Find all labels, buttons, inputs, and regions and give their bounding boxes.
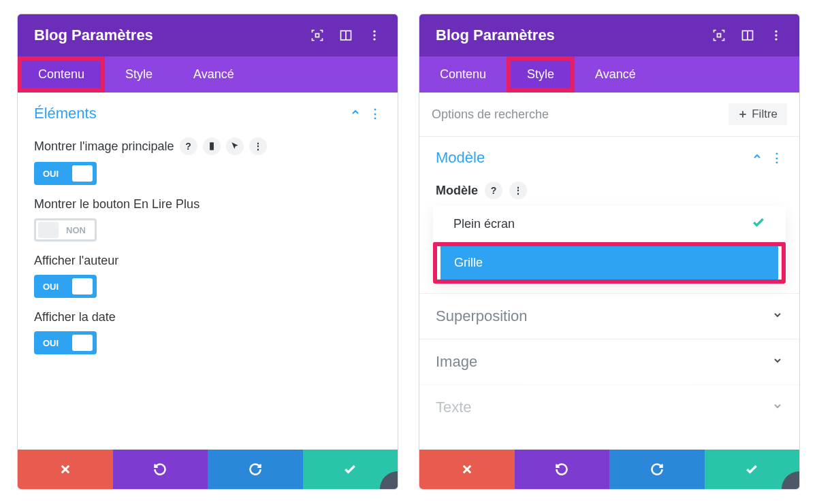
toggle-show-date[interactable]: OUI: [34, 331, 97, 354]
section-header-layout[interactable]: Modèle ⋮: [419, 137, 799, 173]
panel-footer: [419, 450, 799, 489]
more-vertical-icon[interactable]: [368, 29, 381, 42]
more-vertical-icon[interactable]: ⋮: [771, 150, 783, 165]
chevron-down-icon: [772, 355, 783, 369]
filter-button[interactable]: Filtre: [728, 103, 787, 125]
toggle-show-featured-image[interactable]: OUI: [34, 162, 97, 185]
more-vertical-icon[interactable]: ⋮: [509, 182, 527, 199]
field-label: Modèle: [436, 184, 478, 198]
chevron-down-icon: [772, 401, 783, 415]
settings-panel-content: Blog Paramètres Contenu Style Avancé Élé…: [17, 14, 398, 490]
chevron-up-icon[interactable]: [752, 151, 763, 165]
section-image[interactable]: Image: [419, 339, 799, 384]
cancel-button[interactable]: [419, 450, 515, 489]
help-icon[interactable]: ?: [180, 137, 197, 155]
toggle-knob: [72, 335, 93, 351]
tab-content[interactable]: Contenu: [419, 56, 507, 93]
svg-point-3: [373, 31, 375, 33]
header-actions: [712, 29, 783, 42]
panel-title: Blog Paramètres: [436, 27, 555, 44]
section-text[interactable]: Texte: [419, 384, 799, 430]
help-icon[interactable]: ?: [485, 182, 502, 199]
search-bar: Options de recherche Filtre: [419, 93, 799, 137]
svg-rect-0: [316, 34, 319, 37]
svg-point-12: [775, 31, 777, 33]
toggle-knob: [72, 278, 93, 295]
panel-body: Modèle ⋮ Modèle ? ⋮ Plein écran: [419, 137, 799, 450]
dropdown-option-grid[interactable]: Grille: [437, 246, 782, 280]
toggle-knob: [72, 165, 93, 182]
field-label-row: Modèle ? ⋮: [419, 173, 799, 202]
option-label: Afficher la date: [34, 310, 116, 324]
option-label: Montrer l'image principale: [34, 139, 174, 154]
dropdown-option-fullscreen[interactable]: Plein écran: [433, 206, 786, 242]
svg-point-14: [775, 38, 777, 40]
mobile-icon[interactable]: [203, 137, 221, 155]
section-title: Modèle: [436, 149, 485, 167]
search-placeholder[interactable]: Options de recherche: [432, 107, 549, 122]
header-actions: [310, 29, 381, 42]
toggle-knob: [38, 222, 59, 238]
svg-point-4: [373, 34, 375, 36]
panel-header: Blog Paramètres: [18, 14, 398, 56]
section-title: Éléments: [34, 105, 97, 122]
tab-advanced[interactable]: Avancé: [575, 56, 656, 93]
svg-rect-6: [210, 142, 214, 150]
more-vertical-icon[interactable]: [769, 29, 783, 42]
columns-icon[interactable]: [339, 29, 353, 42]
option-label: Afficher l'auteur: [34, 254, 118, 268]
redo-button[interactable]: [208, 450, 303, 489]
option-show-featured-image: Montrer l'image principale ? ⋮ OUI: [18, 129, 398, 189]
option-label: Montrer le bouton En Lire Plus: [34, 197, 199, 212]
more-vertical-icon[interactable]: ⋮: [249, 137, 267, 155]
tab-style[interactable]: Style: [105, 56, 173, 93]
redo-button[interactable]: [609, 450, 705, 489]
tab-bar: Contenu Style Avancé: [419, 56, 799, 93]
panel-footer: [18, 450, 398, 489]
tab-bar: Contenu Style Avancé: [18, 56, 398, 93]
settings-panel-style: Blog Paramètres Contenu Style Avancé Opt…: [419, 14, 800, 490]
svg-point-5: [373, 38, 375, 40]
panel-body: Éléments ⋮ Montrer l'image principale ? …: [18, 93, 398, 450]
tab-content[interactable]: Contenu: [18, 56, 105, 93]
more-vertical-icon[interactable]: ⋮: [369, 106, 381, 121]
tab-style[interactable]: Style: [507, 56, 575, 93]
scan-icon[interactable]: [712, 29, 726, 42]
panel-title: Blog Paramètres: [34, 27, 153, 44]
svg-point-13: [775, 34, 777, 36]
panel-header: Blog Paramètres: [419, 14, 799, 56]
layout-dropdown[interactable]: Plein écran Grille: [433, 206, 786, 284]
cursor-icon[interactable]: [226, 137, 244, 155]
option-show-date: Afficher la date OUI: [18, 302, 398, 358]
undo-button[interactable]: [515, 450, 610, 489]
undo-button[interactable]: [113, 450, 208, 489]
section-header-elements[interactable]: Éléments ⋮: [18, 93, 398, 129]
section-overlay[interactable]: Superposition: [419, 293, 799, 339]
chevron-down-icon: [772, 309, 783, 324]
option-show-author: Afficher l'auteur OUI: [18, 246, 398, 302]
svg-rect-9: [718, 34, 721, 37]
check-icon: [752, 216, 765, 233]
toggle-show-author[interactable]: OUI: [34, 275, 97, 298]
chevron-up-icon[interactable]: [350, 107, 361, 121]
option-show-read-more: Montrer le bouton En Lire Plus NON: [18, 189, 398, 246]
columns-icon[interactable]: [741, 29, 754, 42]
scan-icon[interactable]: [310, 29, 324, 42]
toggle-show-read-more[interactable]: NON: [34, 218, 97, 241]
cancel-button[interactable]: [18, 450, 113, 489]
tab-advanced[interactable]: Avancé: [173, 56, 255, 93]
